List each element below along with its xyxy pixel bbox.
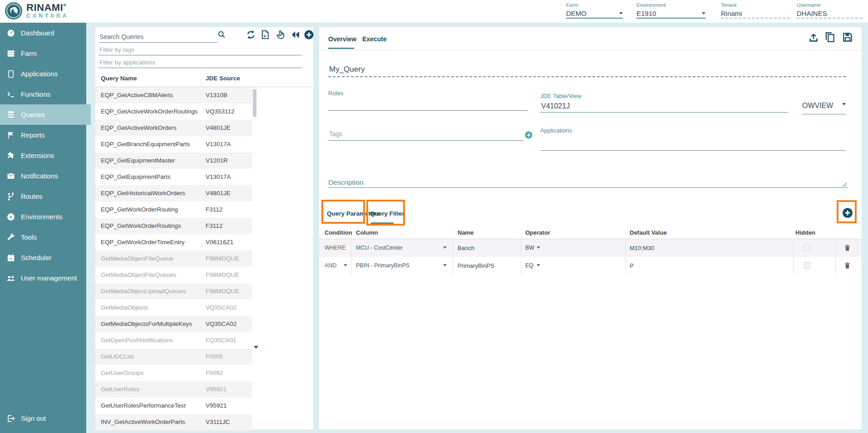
query-name: INV_GetActiveWorkOrderParts <box>101 418 185 425</box>
chevron-down-icon[interactable] <box>443 264 447 266</box>
filter-name-input[interactable]: Banch <box>458 245 474 251</box>
refresh-icon[interactable] <box>245 29 256 40</box>
excel-icon[interactable]: x <box>260 29 271 40</box>
applications-input[interactable] <box>540 137 846 151</box>
query-row[interactable]: GetMediaObjectFileQueueF98MOQUE <box>95 251 252 267</box>
add-filter-row-button[interactable] <box>842 207 853 219</box>
query-row[interactable]: EQP_GetEquipmentMasterV1201R <box>95 153 252 169</box>
notifications-icon <box>6 172 15 181</box>
query-row[interactable]: INV_GetActiveWorkOrderPartsV3111JC <box>95 414 252 430</box>
query-row[interactable]: EQP_GetWorkOrderRoutingsF3112 <box>95 218 252 234</box>
sidebar-item-extensions[interactable]: Extensions <box>0 145 86 166</box>
query-row[interactable]: EQP_GetHistoricalWorkOrdersV4801JE <box>95 185 252 202</box>
query-row[interactable]: GetUserRolesPerformanceTestV95921 <box>95 398 252 414</box>
query-row[interactable]: EQP_GetWorkOrderTimeEntryV06116Z1 <box>95 234 252 251</box>
query-row[interactable]: EQP_GetActiveWorkOrdersV4801JE <box>95 120 252 136</box>
jde-table-view-input[interactable] <box>540 100 788 113</box>
cell-divider <box>521 239 521 275</box>
query-row[interactable]: GetMediaObjectsVQ35CA02 <box>95 300 252 316</box>
operator-select[interactable]: EQ <box>525 262 533 269</box>
sidebar-item-scheduler[interactable]: Scheduler <box>0 247 86 268</box>
query-row[interactable]: EQP_GetActiveCBMAlertsV1310B <box>95 87 252 103</box>
sidebar-item-dashboard[interactable]: Dashboard <box>0 23 86 43</box>
filter-name-input[interactable]: PrimaryBinPS <box>458 262 494 269</box>
sidebar-item-farm[interactable]: Farm <box>0 43 86 64</box>
sidebar-item-functions[interactable]: Functions <box>0 84 86 104</box>
subtab-query-filter[interactable]: Query Filter <box>370 210 404 217</box>
chevron-down-icon[interactable] <box>537 264 540 266</box>
roles-input[interactable] <box>328 98 528 111</box>
chevron-down-icon[interactable] <box>443 246 447 249</box>
sidebar-item-user-management[interactable]: User management <box>0 268 86 288</box>
svg-text:x: x <box>263 33 266 38</box>
add-tag-button[interactable] <box>524 131 533 139</box>
query-row[interactable]: EQP_GetBranchEquipmentPartsV13017A <box>95 136 252 153</box>
column-header-jde-source: JDE Source <box>206 75 240 82</box>
column-select[interactable]: MCU - CostCenter <box>356 245 403 251</box>
farm-field[interactable]: FarmDEMO <box>566 2 623 19</box>
hidden-checkbox[interactable] <box>804 262 810 269</box>
query-row[interactable]: GetMediaObjectsForMultipleKeysVQ35CA02 <box>95 316 252 332</box>
query-row[interactable]: EQP_GetWorkOrderRoutingF3112 <box>95 202 252 218</box>
sign-out-button[interactable]: Sign out <box>0 408 86 428</box>
jde-source: V3111JC <box>206 418 230 425</box>
tenant-field: TenantRinami <box>721 2 790 19</box>
upload-icon[interactable] <box>807 31 820 44</box>
query-row[interactable]: GetOpenPushNotificationsFQ35CA01 <box>95 332 252 349</box>
sidebar-item-notifications[interactable]: Notifications <box>0 166 86 186</box>
delete-row-button[interactable] <box>843 261 852 270</box>
tab-overview[interactable]: Overview <box>328 35 356 43</box>
filter-by-tags-input[interactable] <box>99 44 302 55</box>
sidebar-item-applications[interactable]: Applications <box>0 64 86 84</box>
chevron-down-icon <box>842 103 846 105</box>
copy-icon[interactable] <box>824 31 836 44</box>
sidebar-item-environments[interactable]: Environments <box>0 207 86 227</box>
query-row[interactable]: GetMediaObjectFileQueuesF98MOQUE <box>95 267 252 283</box>
query-row[interactable]: GetUserRolesV95921 <box>95 381 252 398</box>
logo-subtitle: CANTARA <box>26 13 69 19</box>
chevron-down-icon[interactable] <box>344 264 347 266</box>
reports-icon <box>6 131 15 140</box>
sidebar-item-routes[interactable]: Routes <box>0 186 86 207</box>
description-input[interactable] <box>328 177 848 188</box>
hidden-checkbox[interactable] <box>804 245 810 251</box>
query-row[interactable]: EQP_GetEquipmentPartsV13017A <box>95 169 252 185</box>
environment-field[interactable]: EnvironmentE1910 <box>636 2 705 19</box>
default-value-input[interactable]: P <box>630 262 634 269</box>
column-select[interactable]: PBIN - PrimaryBinPS <box>356 262 409 269</box>
query-name-input[interactable] <box>328 63 846 77</box>
query-row[interactable]: EQP_GetActiveWorkOrderRoutingsVQ353112 <box>95 103 252 120</box>
query-row[interactable]: GetMediaObjectUploadQueuesF98MOQUE <box>95 283 252 300</box>
touch-icon[interactable] <box>275 29 286 40</box>
active-subtab-underline <box>371 222 394 224</box>
scrollbar-down-arrow[interactable] <box>254 346 258 349</box>
sidebar-item-queries[interactable]: Queries <box>0 104 91 125</box>
jde-table-view-label: JDE Table/View <box>540 93 582 99</box>
delete-row-button[interactable] <box>843 244 852 252</box>
sidebar-item-label: Dashboard <box>21 29 54 37</box>
condition-select[interactable]: WHERE <box>325 245 346 251</box>
add-circle-icon[interactable] <box>303 29 314 40</box>
query-row[interactable]: GetUDCListF0005 <box>95 349 252 365</box>
resize-handle-icon[interactable] <box>842 182 847 187</box>
search-input[interactable] <box>99 31 217 43</box>
jde-view-select[interactable]: OWVIEW <box>802 102 846 114</box>
condition-select[interactable]: AND <box>325 262 336 269</box>
jde-view-value: OWVIEW <box>802 102 833 109</box>
sidebar-item-tools[interactable]: Tools <box>0 227 86 247</box>
chevron-down-icon[interactable] <box>537 246 540 249</box>
save-icon[interactable] <box>841 31 854 44</box>
operator-select[interactable]: BW <box>525 245 534 251</box>
filter-by-applications-input[interactable] <box>99 57 302 68</box>
scrollbar-thumb[interactable] <box>253 89 256 117</box>
sidebar-item-label: Scheduler <box>21 254 52 261</box>
default-value-input[interactable]: M10;M30 <box>630 245 654 251</box>
rewind-icon[interactable] <box>290 29 301 40</box>
applications-icon <box>6 69 15 79</box>
tab-execute[interactable]: Execute <box>362 35 387 43</box>
jde-source: V13017A <box>206 173 231 180</box>
tags-input[interactable] <box>328 127 523 141</box>
cell-divider <box>835 239 836 275</box>
sidebar-item-reports[interactable]: Reports <box>0 125 86 145</box>
query-row[interactable]: GetUserGroupsF0092 <box>95 365 252 381</box>
